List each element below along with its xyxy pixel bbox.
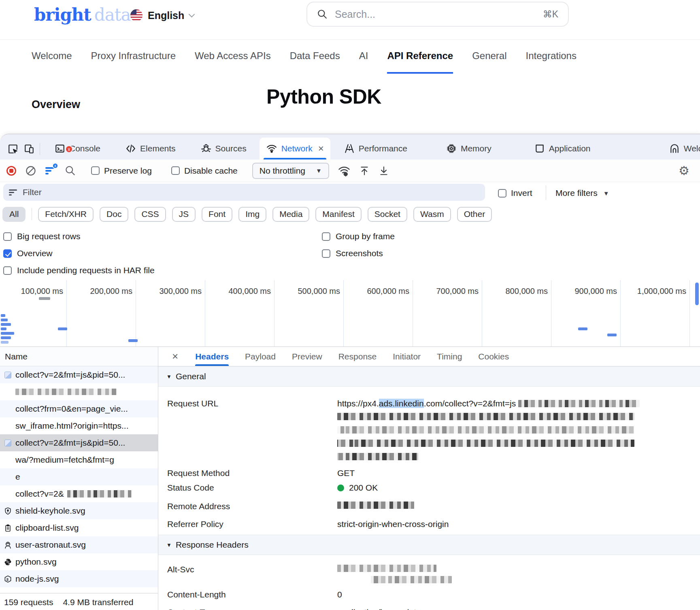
big-request-rows-checkbox[interactable]: Big request rows (3, 232, 80, 241)
close-detail-icon[interactable]: × (172, 350, 178, 363)
nav-item-general[interactable]: General (472, 40, 506, 74)
timeline-scroll-handle[interactable] (695, 283, 699, 305)
chip-manifest[interactable]: Manifest (315, 207, 361, 222)
more-filters-dropdown[interactable]: More filters ▼ (555, 188, 609, 198)
application-icon (534, 143, 545, 154)
detail-tabbar: × Headers Payload Preview Response Initi… (158, 347, 700, 366)
invert-box[interactable] (498, 189, 506, 198)
timeline-tick: 600,000 ms (367, 287, 409, 296)
nav-item-welcome[interactable]: Welcome (32, 40, 72, 74)
redacted-query-string (67, 490, 132, 497)
filter-input[interactable] (23, 187, 479, 197)
clear-network-log-icon[interactable] (25, 165, 36, 176)
request-count: 159 requests (4, 597, 53, 607)
record-network-log-button[interactable] (6, 166, 16, 176)
tab-elements[interactable]: Elements (119, 138, 182, 159)
request-row[interactable]: python.svg (0, 553, 158, 570)
request-row-redacted[interactable] (0, 383, 158, 400)
brightdata-logo[interactable]: brightdata (34, 5, 131, 25)
language-selector[interactable]: English (130, 6, 194, 24)
preserve-log-checkbox[interactable]: Preserve log (91, 166, 152, 176)
search-input[interactable] (335, 9, 536, 20)
chip-css[interactable]: CSS (134, 207, 166, 222)
response-headers-section-header[interactable]: ▼ Response Headers (158, 535, 700, 555)
request-row[interactable]: e (0, 468, 158, 485)
nav-item-api-reference[interactable]: API Reference (387, 40, 453, 74)
detail-tab-initiator[interactable]: Initiator (393, 347, 421, 366)
request-row[interactable]: node-js.svg (0, 570, 158, 587)
console-error-badge: x (65, 145, 73, 153)
network-settings-gear-icon[interactable]: ⚙ (679, 165, 689, 177)
tabbar-divider (40, 143, 40, 155)
request-row[interactable]: collect?v=2&fmt=js&pid=50... (0, 366, 158, 383)
device-toolbar-icon[interactable] (21, 138, 37, 159)
chip-all[interactable]: All (2, 207, 26, 222)
nav-item-web-access-apis[interactable]: Web Access APIs (195, 40, 271, 74)
filter-input-wrap[interactable] (3, 184, 485, 201)
tab-console[interactable]: x Console (48, 138, 107, 159)
chip-js[interactable]: JS (172, 207, 196, 222)
detail-tab-headers[interactable]: Headers (195, 347, 229, 366)
request-row[interactable]: clipboard-list.svg (0, 519, 158, 536)
invert-filter-checkbox[interactable]: Invert (498, 188, 532, 198)
export-har-icon[interactable] (379, 166, 389, 176)
import-har-icon[interactable] (359, 166, 370, 176)
request-row[interactable]: wa/?medium=fetch&fmt=g (0, 451, 158, 468)
throttling-dropdown[interactable]: No throttling ▼ (252, 163, 329, 179)
chip-img[interactable]: Img (238, 207, 266, 222)
detail-tab-payload[interactable]: Payload (245, 347, 276, 366)
alt-svc-label: Alt-Svc (167, 565, 194, 574)
chip-doc[interactable]: Doc (100, 207, 128, 222)
nav-item-proxy-infrastructure[interactable]: Proxy Infrastructure (91, 40, 176, 74)
detail-tab-cookies[interactable]: Cookies (478, 347, 509, 366)
tab-memory[interactable]: Memory (440, 138, 498, 159)
chip-fetch-xhr[interactable]: Fetch/XHR (38, 207, 94, 222)
request-row[interactable]: user-astronaut.svg (0, 536, 158, 553)
network-toolbar: x Preserve log Disable cache No throttli… (0, 159, 700, 182)
chip-wasm[interactable]: Wasm (413, 207, 451, 222)
tab-performance[interactable]: Performance (338, 138, 414, 159)
detail-tab-preview[interactable]: Preview (292, 347, 322, 366)
tab-sources[interactable]: Sources (194, 138, 253, 159)
network-overview-timeline[interactable]: 100,000 ms 200,000 ms 300,000 ms 400,000… (0, 280, 700, 347)
nav-item-integrations[interactable]: Integrations (526, 40, 577, 74)
filter-toggle-icon[interactable]: x (45, 166, 56, 176)
tab-network[interactable]: Network × (260, 138, 330, 159)
general-section-header[interactable]: ▼ General (158, 366, 700, 387)
chip-media[interactable]: Media (272, 207, 309, 222)
redacted-url-line (337, 453, 418, 460)
request-row-selected[interactable]: collect?v=2&fmt=js&pid=50... (0, 434, 158, 451)
referrer-policy-value: strict-origin-when-cross-origin (337, 519, 449, 529)
detail-tab-response[interactable]: Response (338, 347, 377, 366)
group-by-frame-checkbox[interactable]: Group by frame (322, 232, 395, 241)
request-row[interactable]: sw_iframe.html?origin=https... (0, 417, 158, 434)
timeline-bar (128, 339, 138, 342)
content-length-value: 0 (337, 590, 342, 599)
chip-other[interactable]: Other (457, 207, 492, 222)
column-header-name[interactable]: Name (0, 347, 158, 366)
request-row[interactable]: shield-keyhole.svg (0, 502, 158, 519)
preserve-log-box[interactable] (91, 166, 100, 175)
request-row[interactable]: collect?v=2& (0, 485, 158, 502)
search-network-icon[interactable] (65, 165, 76, 176)
close-network-tab-icon[interactable]: × (318, 144, 324, 153)
search-shortcut: ⌘K (543, 9, 558, 20)
timeline-bar (1, 319, 8, 321)
nav-item-data-feeds[interactable]: Data Feeds (290, 40, 340, 74)
include-pending-har-checkbox[interactable]: Include pending requests in HAR file (3, 266, 155, 275)
nav-item-ai[interactable]: AI (359, 40, 368, 74)
site-search[interactable]: ⌘K (306, 2, 569, 27)
tab-application[interactable]: Application (528, 138, 597, 159)
chip-socket[interactable]: Socket (368, 207, 407, 222)
disable-cache-box[interactable] (171, 166, 180, 175)
overview-checkbox[interactable]: Overview (3, 249, 53, 258)
detail-tab-timing[interactable]: Timing (437, 347, 462, 366)
network-conditions-icon[interactable] (338, 165, 350, 177)
request-row[interactable]: collect?frm=0&en=page_vie... (0, 400, 158, 417)
disable-cache-checkbox[interactable]: Disable cache (171, 166, 238, 176)
screenshots-checkbox[interactable]: Screenshots (322, 249, 383, 258)
filter-active-badge: x (52, 163, 58, 169)
inspect-element-icon[interactable] (5, 138, 21, 159)
tab-welcome-truncated[interactable]: Welc (663, 138, 700, 159)
chip-font[interactable]: Font (202, 207, 232, 222)
